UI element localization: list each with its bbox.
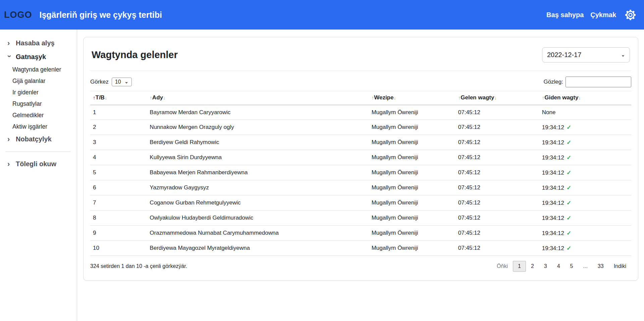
sort-asc-icon[interactable]: ↑ — [150, 95, 152, 100]
column-label: Gelen wagty — [461, 94, 494, 101]
nav-home-link[interactable]: Baş sahypa — [546, 11, 584, 19]
column-header-gelen-wagty[interactable]: ↑Gelen wagty↓ — [455, 91, 539, 105]
cell-time-in: 07:45:12 — [455, 180, 539, 195]
table-controls: Görkez 10 ⌄ Gözleg: — [84, 71, 638, 91]
time-out-value: None — [542, 109, 556, 116]
sort-desc-icon[interactable]: ↓ — [578, 95, 581, 100]
cell-tb: 5 — [90, 165, 147, 180]
sidebar-item-wagtynda-gelenler[interactable]: Wagtynda gelenler — [5, 64, 77, 75]
pagination-page-5[interactable]: 5 — [565, 261, 578, 272]
pagination: Öňki12345...33Indiki — [492, 261, 631, 272]
date-select[interactable]: 2022-12-17 ⌄ — [542, 47, 630, 62]
sidebar-section-gatna-yk[interactable]: ›Gatnaşyk — [5, 50, 77, 64]
sidebar-divider — [5, 151, 71, 152]
table-head: ↑T/B↓↑Ady↓↑Wezipe↓↑Gelen wagty↓↑Giden wa… — [90, 91, 631, 105]
cell-position: Mugallym Öwreniji — [369, 165, 455, 180]
column-label: Giden wagty — [544, 94, 578, 101]
sidebar-section-label: Gatnaşyk — [16, 53, 46, 61]
app-title: Işgärleriň giriş we çykyş tertibi — [40, 10, 547, 20]
table-body: 1Bayramow Merdan CaryyarowicMugallym Öwr… — [90, 105, 631, 256]
sidebar-section-label: Hasaba alyş — [16, 39, 55, 47]
sidebar-section-label: Nobatçylyk — [16, 135, 52, 143]
chevron-down-icon: ⌄ — [621, 54, 625, 56]
pagination-next[interactable]: Indiki — [609, 261, 631, 272]
column-header-t-b[interactable]: ↑T/B↓ — [90, 91, 147, 105]
page-size-select[interactable]: 10 ⌄ — [112, 78, 132, 86]
gear-icon[interactable] — [624, 9, 637, 21]
sidebar-item-rugsatlylar[interactable]: Rugsatlylar — [5, 98, 77, 109]
cell-tb: 4 — [90, 150, 147, 165]
sidebar-item-aktiw-i-g-rler[interactable]: Aktiw işgärler — [5, 121, 77, 132]
cell-name: Coganow Gurban Rehmetgulyyewic — [147, 195, 369, 211]
cell-tb: 3 — [90, 135, 147, 150]
sort-asc-icon[interactable]: ↑ — [93, 95, 96, 100]
column-header-wezipe[interactable]: ↑Wezipe↓ — [369, 91, 455, 105]
cell-time-in: 07:45:12 — [455, 150, 539, 165]
chevron-right-icon: › — [7, 41, 12, 46]
chevron-right-icon: › — [7, 162, 12, 167]
cell-time-in: 07:45:12 — [455, 135, 539, 150]
table-row: 10Berdiyewa Mayagozel MyratgeldiyewnaMug… — [90, 241, 631, 256]
pagination-prev[interactable]: Öňki — [492, 261, 513, 272]
column-header-ady[interactable]: ↑Ady↓ — [147, 91, 369, 105]
table-row: 5Babayewa Merjen RahmanberdiyewnaMugally… — [90, 165, 631, 180]
pagination-ellipsis: ... — [578, 261, 593, 272]
cell-name: Yazmyradow Gaygysyz — [147, 180, 369, 195]
cell-position: Mugallym Öwreniji — [369, 226, 455, 241]
cell-time-in: 07:45:12 — [455, 105, 539, 120]
cell-name: Berdiyew Geldi Rahymowic — [147, 135, 369, 150]
sidebar-item-ir-gidenler[interactable]: Ir gidenler — [5, 87, 77, 98]
card-footer: 324 setirden 1 dan 10 -a çenli görkezýär… — [84, 256, 638, 280]
sidebar-section-label: Tölegli okuw — [16, 160, 56, 168]
nav-logout-link[interactable]: Çykmak — [590, 11, 616, 19]
sidebar-item-gelmedikler[interactable]: Gelmedikler — [5, 109, 77, 121]
date-select-value: 2022-12-17 — [547, 51, 581, 59]
sort-desc-icon[interactable]: ↓ — [163, 95, 166, 100]
table-row: 6Yazmyradow GaygysyzMugallym Öwreniji07:… — [90, 180, 631, 195]
cell-time-in: 07:45:12 — [455, 211, 539, 226]
table-info: 324 setirden 1 dan 10 -a çenli görkezýär… — [90, 263, 187, 269]
cell-tb: 8 — [90, 211, 147, 226]
checkmark-icon: ✓ — [567, 200, 571, 206]
cell-tb: 7 — [90, 195, 147, 211]
sidebar-section-hasaba-aly[interactable]: ›Hasaba alyş — [5, 36, 77, 50]
table-row: 9Orazmammedowa Nurnabat Carymuhammedowna… — [90, 226, 631, 241]
cell-time-in: 07:45:12 — [455, 165, 539, 180]
sort-desc-icon[interactable]: ↓ — [494, 95, 497, 100]
cell-time-out: 19:34:12✓ — [539, 180, 631, 195]
pagination-page-1[interactable]: 1 — [513, 261, 526, 272]
cell-tb: 9 — [90, 226, 147, 241]
sidebar-section-nobat-ylyk[interactable]: ›Nobatçylyk — [5, 132, 77, 146]
pagination-page-2[interactable]: 2 — [526, 261, 539, 272]
sort-desc-icon[interactable]: ↓ — [393, 95, 396, 100]
cell-time-out: 19:34:12✓ — [539, 226, 631, 241]
pagination-page-4[interactable]: 4 — [552, 261, 565, 272]
chevron-down-icon: › — [7, 55, 12, 59]
column-header-giden-wagty[interactable]: ↑Giden wagty↓ — [539, 91, 631, 105]
pagination-page-33[interactable]: 33 — [593, 261, 609, 272]
table-row: 8Owlyakulow Hudayberdi GeldimuradowicMug… — [90, 211, 631, 226]
checkmark-icon: ✓ — [567, 139, 571, 146]
sidebar-item-gij-galanlar[interactable]: Gijä galanlar — [5, 75, 77, 87]
cell-time-in: 07:45:12 — [455, 195, 539, 211]
sort-desc-icon[interactable]: ↓ — [105, 95, 107, 100]
search-control: Gözleg: — [543, 77, 631, 87]
page-size-control: Görkez 10 ⌄ — [90, 78, 132, 86]
column-label: T/B — [96, 94, 105, 101]
cell-time-out: None — [539, 105, 631, 120]
checkmark-icon: ✓ — [567, 245, 571, 251]
pagination-page-3[interactable]: 3 — [539, 261, 552, 272]
checkmark-icon: ✓ — [567, 230, 571, 236]
cell-position: Mugallym Öwreniji — [369, 241, 455, 256]
time-out-value: 19:34:12 — [542, 215, 564, 221]
cell-time-out: 19:34:12✓ — [539, 195, 631, 211]
cell-name: Nunnakow Mergen Orazguly ogly — [147, 120, 369, 135]
search-input[interactable] — [566, 77, 631, 87]
table-row: 2Nunnakow Mergen Orazguly oglyMugallym Ö… — [90, 120, 631, 135]
column-label: Wezipe — [374, 94, 393, 101]
cell-name: Berdiyewa Mayagozel Myratgeldiyewna — [147, 241, 369, 256]
cell-time-in: 07:45:12 — [455, 241, 539, 256]
cell-time-out: 19:34:12✓ — [539, 150, 631, 165]
cell-name: Orazmammedowa Nurnabat Carymuhammedowna — [147, 226, 369, 241]
sidebar-section-t-legli-okuw[interactable]: ›Tölegli okuw — [5, 157, 77, 171]
